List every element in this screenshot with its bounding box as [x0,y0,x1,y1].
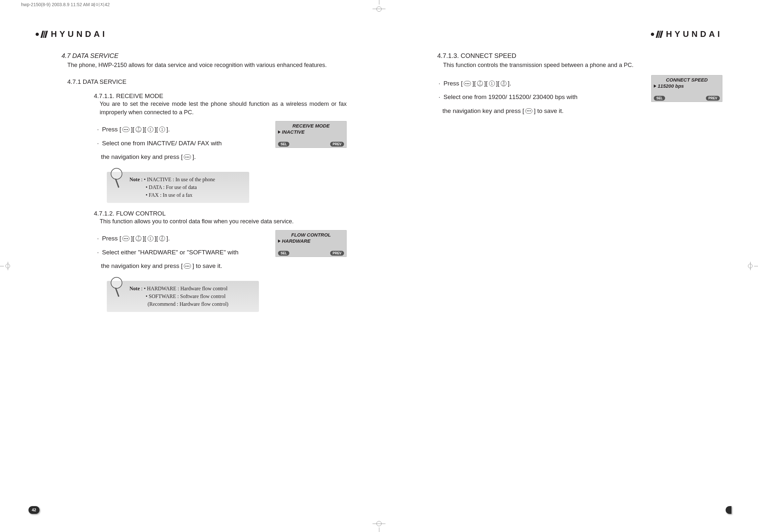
crop-mark-bottom [372,522,386,532]
note-label: Note [129,177,140,182]
keypad-7-icon: 7PQRS [136,126,141,132]
text-select: Select one from 19200/ 115200/ 230400 bp… [443,92,577,102]
keypad-1-icon: 1 [489,81,495,86]
text-nav-a: the navigation key and press [ [101,152,183,162]
note-box-flow-control: Note : • HARDWARE : Hardware flow contro… [107,281,259,312]
note-line-3: • FAX : In use of a fax [129,191,243,199]
crop-mark-right [744,261,757,271]
keypad-2-icon: 2ABC [159,236,165,241]
keypad-7-icon: 7PQRS [477,81,483,86]
key-sep: ][ [131,233,134,244]
note-line-3: (Recommend : Hardware flow control) [129,300,253,308]
lcd-flow-control: FLOW CONTROL HARDWARE SEL PREV [275,230,347,257]
key-sep: ][ [143,124,146,135]
menu-key-icon: ••• [122,236,129,241]
section-4-7-desc: The phone, HWP-2150 allows for data serv… [67,61,347,69]
section-4-7-1-1-title: 4.7.1.1. RECEIVE MODE [94,92,347,100]
note-line-2: • DATA : For use of data [129,183,243,191]
page-left: HYUNDAI 4.7 DATA SERVICE The phone, HWP-… [19,23,379,513]
lcd-selection: HARDWARE [278,238,344,244]
press-sequence-connect-speed: Press [ ••• ][ 7PQRS ][ 1 ][ 3DEF ]. [438,78,641,89]
lcd-receive-mode: RECEIVE MODE INACTIVE SEL PREV [275,121,347,148]
note-label: Note [129,286,140,291]
magnifier-icon [109,167,126,190]
section-4-7-1-title: 4.7.1 DATA SERVICE [67,78,347,85]
press-sequence-receive-mode: Press [ ••• ][ 7PQRS ][ 1 ][ 1 ]. [97,124,266,135]
key-sep: ][ [496,78,500,89]
menu-key-icon: ••• [122,127,129,132]
lcd-selection-text: 115200 bps [658,83,684,89]
brand-logo-text: HYUNDAI [51,29,107,39]
crop-mark-top [372,0,386,10]
lcd-softkey-prev: PREV [706,96,720,101]
keypad-1-icon: 1 [148,236,154,241]
section-4-7-title: 4.7 DATA SERVICE [61,52,347,59]
keypad-1-icon: 1 [159,126,165,132]
select-line-flow-control: Select either "HARDWARE" or "SOFTWARE" w… [97,247,266,258]
brand-logo-right: HYUNDAI [411,29,722,39]
lcd-softkey-sel: SEL [278,142,289,147]
note-line-2: • SOFTWARE : Software flow control [129,292,253,300]
magnifier-icon [109,276,126,299]
page-right: HYUNDAI 4.7.1.3. CONNECT SPEED This func… [379,23,739,513]
page-spread: HYUNDAI 4.7 DATA SERVICE The phone, HWP-… [19,23,739,513]
section-4-7-1-2-desc: This function allows you to control data… [100,217,347,225]
key-sep: ][ [155,233,158,244]
keypad-1-icon: 1 [148,126,154,132]
section-4-7-1-2-title: 4.7.1.2. FLOW CONTROL [94,210,347,217]
text-nav-b: ] to save it. [534,106,564,116]
print-header: hwp-2150(8-9) 2003.8.9 11:52 AM 페이지42 [21,2,110,8]
triangle-right-icon [278,240,281,243]
text-press: Press [ [443,78,463,89]
press-sequence-flow-control: Press [ ••• ][ 7PQRS ][ 1 ][ 2ABC ]. [97,233,266,244]
lcd-connect-speed: CONNECT SPEED 115200 bps SEL PREV [651,75,722,102]
lcd-title: CONNECT SPEED [654,77,720,83]
lcd-selection: INACTIVE [278,129,344,135]
brand-mark-icon [657,31,662,38]
key-sep: ][ [131,124,134,135]
text-press-close: ]. [166,233,170,244]
section-4-7-1-3-desc: This function controls the transmission … [443,61,722,69]
text-nav-b: ]. [192,152,196,162]
note-box-receive-mode: Note : • INACTIVE : In use of the phone … [107,172,249,203]
menu-key-icon: ••• [184,154,191,159]
lcd-title: RECEIVE MODE [278,123,344,128]
nav-line-connect-speed: the navigation key and press [ ••• ] to … [442,106,641,116]
section-4-7-1-1-desc: You are to set the receive mode lest the… [100,100,347,116]
lcd-selection-text: HARDWARE [282,238,310,244]
page-number-badge: 42 [28,506,40,514]
triangle-right-icon [654,84,656,88]
lcd-title: FLOW CONTROL [278,232,344,238]
lcd-softkey-sel: SEL [278,251,289,256]
page-number-badge-right [726,506,732,514]
key-sep: ][ [484,78,488,89]
select-line-receive-mode: Select one from INACTIVE/ DATA/ FAX with [97,138,266,149]
select-line-connect-speed: Select one from 19200/ 115200/ 230400 bp… [438,92,641,102]
text-press-close: ]. [508,78,511,89]
menu-key-icon: ••• [525,108,533,114]
brand-mark-icon [41,31,47,38]
lcd-selection: 115200 bps [654,83,720,89]
keypad-3-icon: 3DEF [501,81,506,86]
text-select: Select either "HARDWARE" or "SOFTWARE" w… [102,247,238,258]
brand-logo-text: HYUNDAI [666,29,722,39]
text-nav-a: the navigation key and press [ [101,261,183,271]
text-select: Select one from INACTIVE/ DATA/ FAX with [102,138,222,149]
lcd-selection-text: INACTIVE [282,129,305,135]
lcd-softkey-prev: PREV [330,142,344,147]
note-line-1: : • INACTIVE : In use of the phone [140,177,215,182]
triangle-right-icon [278,130,281,134]
text-press: Press [ [102,233,121,244]
text-nav-a: the navigation key and press [ [442,106,524,116]
nav-line-flow-control: the navigation key and press [ ••• ] to … [101,261,266,271]
text-press-close: ]. [166,124,170,135]
crop-mark-left [1,261,14,271]
menu-key-icon: ••• [184,263,191,269]
key-sep: ][ [155,124,158,135]
nav-line-receive-mode: the navigation key and press [ ••• ]. [101,152,266,162]
brand-logo-left: HYUNDAI [36,29,347,39]
note-line-1: : • HARDWARE : Hardware flow control [140,286,227,291]
key-sep: ][ [472,78,476,89]
key-sep: ][ [143,233,146,244]
text-press: Press [ [102,124,121,135]
